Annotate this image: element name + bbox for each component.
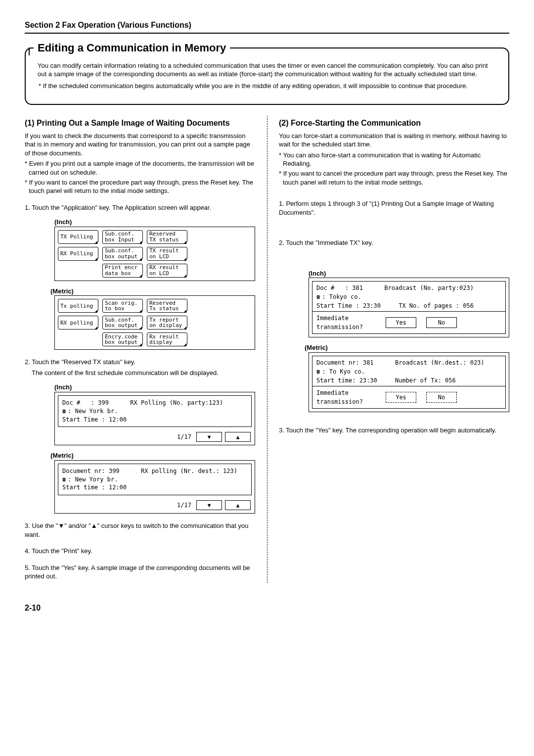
page-number: 2-10 <box>25 603 509 614</box>
title-box: Editing a Communication in Memory You ca… <box>25 47 509 105</box>
phone-icon: : To Kyo co. <box>316 367 501 376</box>
scan-orig-button[interactable]: Scan orig.to box <box>102 299 143 313</box>
subconf-input-button[interactable]: Sub.conf.box Input <box>102 230 143 244</box>
left-step-5: 5. Touch the "Yes" key. A sample image o… <box>25 564 255 581</box>
phone-icon: : New Yory br. <box>62 475 247 484</box>
no-button[interactable]: No <box>426 317 457 328</box>
right-note-1: * You can also force-start a communicati… <box>279 151 509 168</box>
right-column: (2) Force-Starting the Communication You… <box>273 116 509 583</box>
left-step-1: 1. Touch the "Application" key. The Appl… <box>25 203 255 212</box>
rx-result-display-button[interactable]: Rx resultdisplay <box>147 332 187 346</box>
lcd-status-metric: Document nr: 399 RX polling (Nr. dest.: … <box>54 460 255 514</box>
rx-polling-button[interactable]: RX polling <box>58 316 98 330</box>
left-column: (1) Printing Out a Sample Image of Waiti… <box>25 116 261 583</box>
lcd-app-metric: Tx polling Scan orig.to box ReservedTx s… <box>54 295 255 350</box>
inch-label-3: (Inch) <box>309 269 509 278</box>
left-step-3: 3. Use the "▼" and/or "▲" cursor keys to… <box>25 521 255 539</box>
left-step-4: 4. Touch the "Print" key. <box>25 547 255 556</box>
left-heading: (1) Printing Out a Sample Image of Waiti… <box>25 118 255 129</box>
left-note-1: * Even if you print out a sample image o… <box>25 159 255 177</box>
phone-icon: : Tokyo co. <box>316 292 501 301</box>
rx-result-lcd-button[interactable]: RX resulton LCD <box>147 264 187 278</box>
down-arrow-button[interactable]: ▼ <box>196 500 222 510</box>
yes-button[interactable]: Yes <box>386 317 416 328</box>
intro-text: You can modify certain information relat… <box>38 61 496 79</box>
inch-label-2: (Inch) <box>54 383 255 392</box>
right-step-2: 2. Touch the "Immediate TX" key. <box>279 238 509 247</box>
reserved-tx-status-button[interactable]: ReservedTX status <box>147 230 187 244</box>
lcd-app-inch: TX Polling Sub.conf.box Input ReservedTX… <box>54 227 255 281</box>
phone-icon: : New York br. <box>62 407 247 416</box>
lcd-immediate-inch: Doc # : 381 Broadcast (No. party:023) : … <box>309 278 509 337</box>
section-header: Section 2 Fax Operation (Various Functio… <box>25 20 509 34</box>
subconf-output-button[interactable]: Sub.conf.box output <box>102 247 143 261</box>
up-arrow-button[interactable]: ▲ <box>225 432 251 442</box>
left-step-2: 2. Touch the "Reserved TX status" key. <box>25 358 255 367</box>
metric-label-2: (Metric) <box>50 451 255 460</box>
metric-label: (Metric) <box>50 287 255 296</box>
tx-polling-button[interactable]: Tx polling <box>58 299 98 313</box>
left-step-2b: The content of the first schedule commun… <box>25 369 255 378</box>
tx-report-display-button[interactable]: Tx reporton display <box>147 316 187 330</box>
tx-result-lcd-button[interactable]: TX resulton LCD <box>147 247 187 261</box>
page-indicator: 1/17 <box>177 433 191 441</box>
page-title: Editing a Communication in Memory <box>34 41 230 55</box>
right-step-1: 1. Perform steps 1 through 3 of "(1) Pri… <box>279 199 509 217</box>
right-note-2: * If you want to cancel the procedure pa… <box>279 169 509 187</box>
lcd-immediate-metric: Document nr: 381 Broadcast (Nr.dest.: 02… <box>309 352 509 412</box>
inch-label: (Inch) <box>54 218 255 227</box>
down-arrow-button[interactable]: ▼ <box>196 432 222 442</box>
tx-polling-button[interactable]: TX Polling <box>58 230 98 244</box>
lcd-status-inch: Doc # : 399 RX Polling (No. party:123) :… <box>54 392 255 445</box>
right-heading: (2) Force-Starting the Communication <box>279 118 509 129</box>
encry-code-button[interactable]: Encry.codebox output <box>102 332 143 346</box>
subconf-output-button[interactable]: Sub.conf.box output <box>102 316 143 330</box>
left-intro: If you want to check the documents that … <box>25 132 255 158</box>
rx-polling-button[interactable]: RX Polling <box>58 247 98 261</box>
right-intro: You can force-start a communication that… <box>279 132 509 149</box>
left-note-2: * If you want to cancel the procedure pa… <box>25 178 255 195</box>
yes-button[interactable]: Yes <box>386 392 416 403</box>
metric-label-3: (Metric) <box>305 343 509 352</box>
no-button[interactable]: No <box>426 392 457 403</box>
print-encr-button[interactable]: Print encrdata box <box>102 264 143 278</box>
up-arrow-button[interactable]: ▲ <box>225 500 251 510</box>
right-step-3: 3. Touch the "Yes" key. The correspondin… <box>279 426 509 435</box>
intro-note: * If the scheduled communication begins … <box>38 82 496 91</box>
reserved-tx-status-button[interactable]: ReservedTx status <box>147 299 187 313</box>
page-indicator: 1/17 <box>177 501 191 510</box>
